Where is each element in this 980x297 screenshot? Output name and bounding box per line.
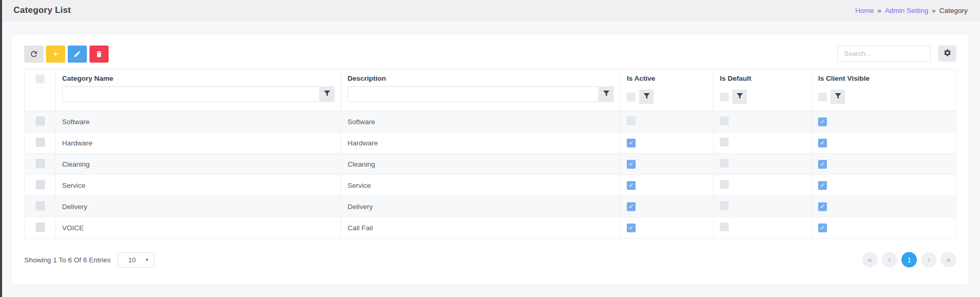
table-row[interactable]: Hardware Hardware ✓ ✓: [25, 132, 956, 154]
breadcrumb-home-link[interactable]: Home: [855, 7, 874, 14]
row-select-checkbox[interactable]: [36, 201, 45, 211]
row-select-checkbox[interactable]: [36, 180, 45, 189]
pagination-page-1-button[interactable]: 1: [901, 252, 917, 268]
is-default-checkbox[interactable]: [720, 180, 729, 189]
description-cell: Service: [341, 175, 621, 196]
is-active-cell: ✓: [621, 154, 714, 175]
pagination-next-button[interactable]: ›: [921, 252, 937, 268]
column-header-is-active: Is Active: [621, 69, 714, 111]
table-settings-button[interactable]: [938, 46, 956, 62]
is-default-checkbox[interactable]: [720, 222, 729, 231]
refresh-button[interactable]: [24, 46, 43, 63]
description-filter-button[interactable]: [598, 86, 614, 102]
category-name-filter-group: [62, 86, 335, 102]
breadcrumb: Home » Admin Setting » Category: [855, 7, 968, 14]
is-client-visible-cell: ✓: [812, 154, 956, 175]
pencil-icon: [73, 50, 81, 58]
pagination-prev-button[interactable]: ‹: [882, 252, 897, 268]
category-table: Category Name Description: [24, 69, 956, 239]
is-active-checkbox[interactable]: ✓: [627, 160, 636, 169]
gear-icon: [943, 49, 952, 58]
page-size-select[interactable]: 10 ▼: [118, 253, 154, 268]
caret-down-icon: ▼: [145, 258, 149, 262]
row-select-cell: [25, 111, 56, 132]
description-cell: Software: [341, 111, 621, 132]
add-button[interactable]: [46, 46, 65, 63]
is-default-checkbox[interactable]: [720, 159, 729, 168]
row-select-cell: [25, 132, 56, 154]
is-active-checkbox[interactable]: ✓: [627, 139, 636, 147]
is-active-cell: ✓: [621, 175, 714, 196]
is-default-filter-button[interactable]: [732, 90, 747, 104]
column-label: Description: [348, 75, 614, 82]
funnel-icon: [835, 93, 841, 101]
row-select-checkbox[interactable]: [36, 138, 45, 147]
is-default-cell: [714, 217, 812, 239]
description-cell: Call Fail: [341, 217, 621, 239]
entries-summary: Showing 1 To 6 Of 6 Entries: [24, 256, 111, 264]
is-default-filter-checkbox[interactable]: [720, 93, 729, 101]
funnel-icon: [643, 93, 650, 101]
is-client-visible-checkbox[interactable]: ✓: [818, 202, 827, 211]
pagination-first-button[interactable]: «: [862, 252, 878, 268]
breadcrumb-current: Category: [939, 7, 968, 14]
category-name-cell: Hardware: [56, 132, 341, 154]
is-active-filter-checkbox[interactable]: [627, 93, 636, 101]
category-list-card: Category Name Description: [12, 35, 969, 285]
is-default-checkbox[interactable]: [720, 116, 729, 125]
edit-button[interactable]: [68, 46, 87, 63]
pagination: « ‹ 1 › »: [862, 252, 956, 268]
table-row[interactable]: Cleaning Cleaning ✓ ✓: [25, 154, 956, 175]
category-name-cell: Delivery: [56, 196, 341, 217]
is-active-cell: ✓: [621, 132, 714, 154]
description-filter-input[interactable]: [348, 86, 598, 102]
is-default-checkbox[interactable]: [720, 201, 729, 210]
column-label: Is Default: [720, 75, 805, 82]
category-name-cell: Software: [56, 111, 341, 132]
card-footer: Showing 1 To 6 Of 6 Entries 10 ▼ « ‹ 1 ›…: [24, 252, 956, 268]
search-input[interactable]: [837, 46, 931, 62]
plus-icon: [51, 50, 60, 58]
funnel-icon: [736, 93, 743, 101]
category-name-filter-input[interactable]: [62, 86, 319, 102]
is-active-checkbox[interactable]: ✓: [627, 202, 636, 211]
is-active-filter-button[interactable]: [639, 90, 654, 104]
sidebar-edge: [0, 0, 2, 297]
category-name-cell: Cleaning: [56, 154, 341, 175]
is-client-visible-checkbox[interactable]: ✓: [818, 139, 827, 147]
is-default-checkbox[interactable]: [720, 138, 729, 146]
is-client-visible-cell: ✓: [812, 196, 956, 217]
is-active-checkbox[interactable]: ✓: [627, 224, 636, 232]
pagination-last-button[interactable]: »: [941, 252, 956, 268]
column-header-category-name: Category Name: [56, 69, 341, 111]
delete-button[interactable]: [89, 46, 109, 63]
row-select-checkbox[interactable]: [36, 159, 45, 168]
category-name-filter-button[interactable]: [319, 86, 335, 102]
table-row[interactable]: VOICE Call Fail ✓ ✓: [25, 217, 956, 239]
topbar: Category List Home » Admin Setting » Cat…: [0, 0, 980, 21]
row-select-checkbox[interactable]: [36, 222, 45, 232]
is-client-visible-cell: ✓: [812, 217, 956, 239]
is-active-cell: [621, 111, 714, 132]
is-active-checkbox[interactable]: [627, 116, 636, 125]
table-row[interactable]: Service Service ✓ ✓: [25, 175, 956, 196]
table-row[interactable]: Delivery Delivery ✓ ✓: [25, 196, 956, 217]
is-default-cell: [714, 196, 812, 217]
is-client-visible-checkbox[interactable]: ✓: [818, 117, 827, 126]
table-row[interactable]: Software Software ✓: [25, 111, 956, 132]
row-select-checkbox[interactable]: [36, 116, 45, 126]
breadcrumb-admin-setting-link[interactable]: Admin Setting: [885, 7, 928, 14]
is-active-checkbox[interactable]: ✓: [627, 181, 636, 190]
is-client-visible-checkbox[interactable]: ✓: [818, 181, 827, 190]
is-client-visible-filter-checkbox[interactable]: [818, 93, 827, 101]
breadcrumb-separator: »: [878, 7, 881, 14]
is-client-visible-checkbox[interactable]: ✓: [818, 160, 827, 169]
is-client-visible-filter-group: [818, 90, 949, 104]
is-client-visible-filter-button[interactable]: [831, 90, 845, 104]
is-default-cell: [714, 111, 812, 132]
description-cell: Hardware: [341, 132, 621, 154]
is-client-visible-cell: ✓: [812, 175, 956, 196]
table-body: Software Software ✓ Hardware Hardware: [25, 111, 956, 239]
is-client-visible-checkbox[interactable]: ✓: [818, 224, 827, 232]
select-all-checkbox[interactable]: [36, 75, 44, 83]
